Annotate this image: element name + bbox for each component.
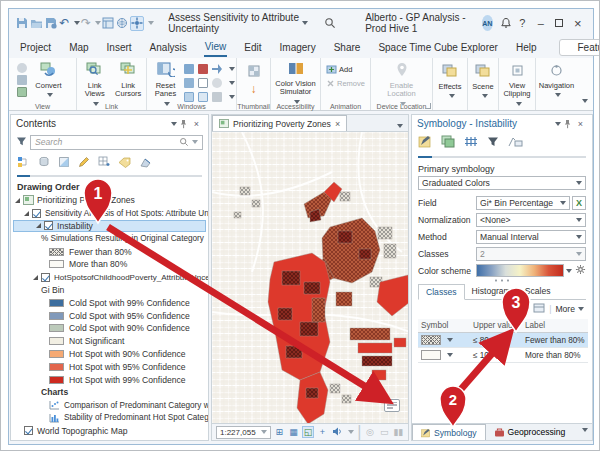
scale-symbols-tab-icon[interactable] [508,134,523,152]
tab-help[interactable]: Help [515,39,538,56]
tab-insert[interactable]: Insert [106,39,133,56]
expression-button[interactable]: X [572,196,586,210]
symbology-pin-icon[interactable] [561,117,574,130]
symbol-dropdown-icon[interactable] [447,338,453,345]
link-views-button[interactable]: Link Views [79,61,111,99]
primary-symbology-select[interactable]: Graduated Colors [418,176,586,190]
pause-drawing-icon[interactable]: ▮▮ [393,427,404,437]
map-tab-close-icon[interactable]: × [335,119,340,129]
animation-remove-button[interactable]: Remove [326,79,365,88]
tab-drawing-order-icon[interactable] [17,154,30,177]
redo-icon[interactable]: ↷ [81,16,92,31]
view-small-icon-1[interactable] [17,63,27,73]
tab-project[interactable]: Project [19,39,52,56]
reset-panes-button[interactable]: Reset Panes [149,61,182,99]
tab-space-time-cube[interactable]: Space Time Cube Explorer [377,39,499,56]
tab-labeling-icon[interactable] [118,154,131,172]
undo-icon[interactable]: ↶ [59,16,70,31]
command-search-icon[interactable] [324,16,336,31]
primary-symbology-tab-icon[interactable] [418,134,432,158]
show-values-icon[interactable] [533,303,545,315]
legend-row[interactable]: Hot Spot with 90% Confidence [11,348,208,361]
legend-row[interactable]: Cold Spot with 95% Confidence [11,309,208,322]
pane-splitter[interactable] [493,279,511,282]
method-select[interactable]: Manual Interval [476,230,586,244]
layer-row-hotspot[interactable]: HotSpotsofChildhoodPoverty_AttributeUnce… [11,271,208,284]
class-label[interactable]: Fewer than 80% [522,333,588,348]
field-select[interactable]: Gi* Bin Percentage [476,196,570,210]
tab-histogram[interactable]: Histogram [465,284,518,299]
col-label[interactable]: Label [522,319,588,333]
tab-classes[interactable]: Classes [418,284,465,300]
layer-checkbox[interactable] [32,209,41,218]
dock-tab-geoprocessing[interactable]: Geoprocessing [486,424,574,440]
animation-add-button[interactable]: Add [326,65,365,74]
save-icon[interactable] [16,16,28,31]
col-upper-value[interactable]: Upper value [470,319,522,333]
layer-row-instability[interactable]: Instability [13,220,206,233]
minimize-button[interactable]: – [532,13,550,33]
tab-feature-layer[interactable]: Feature Layer [577,42,600,53]
view-clipping-button[interactable]: View Clipping [501,61,533,99]
project-pane-icon[interactable] [102,16,114,31]
effects-button[interactable]: Effects [435,61,465,99]
notifications-bell-icon[interactable] [500,16,512,31]
create-thumbnail-icon[interactable] [248,63,260,81]
chart-item-row[interactable]: Comparison of Predominant Category with … [11,399,208,412]
attribute-table-icon[interactable]: ▦ [288,427,299,437]
save-as-icon[interactable] [45,16,57,31]
tab-data-source-icon[interactable] [38,154,50,172]
tab-analysis[interactable]: Analysis [149,39,188,56]
maximize-button[interactable] [550,13,568,33]
color-scheme-dropdown-icon[interactable] [566,269,572,276]
layer-checkbox[interactable] [44,221,53,230]
filter-symbology-tab-icon[interactable] [487,134,499,152]
tab-editing-icon[interactable] [78,154,90,172]
tab-perspective-icon[interactable] [139,154,152,172]
class-upper-value[interactable]: ≤ 80 [470,333,522,348]
scale-input[interactable]: 1:227,055 [216,426,271,439]
class-row-1[interactable]: ≤ 80 Fewer than 80% [418,333,588,348]
color-scheme-gear-icon[interactable] [575,264,586,277]
more-button[interactable]: More [555,304,584,314]
audio-dropdown-icon[interactable] [348,430,354,437]
tool-title-dropdown-icon[interactable] [302,21,308,28]
contents-pane-icon[interactable] [184,78,194,88]
audio-icon[interactable] [331,427,342,438]
contents-close-icon[interactable]: × [190,117,203,130]
selected-features-icon[interactable]: ◱ [302,426,314,438]
navigation-button[interactable]: Navigation [538,61,575,99]
explore-tool-icon[interactable] [130,16,144,31]
legend-row[interactable]: Cold Spot with 99% Confidence [11,296,208,309]
open-icon[interactable] [30,16,43,31]
tab-snapping-icon[interactable] [98,154,110,172]
dock-tabs-overflow-icon[interactable] [582,428,588,435]
legend-row[interactable]: Hot Spot with 99% Confidence [11,373,208,386]
map-tab-list-icon[interactable] [397,124,403,131]
legend-row[interactable]: Cold Spot with 90% Confidence [11,322,208,335]
close-button[interactable]: × [569,13,587,33]
swap-panes-icon[interactable] [212,64,222,74]
legend-row[interactable]: Fewer than 80% [11,245,208,258]
tab-map[interactable]: Map [68,39,89,56]
layer-row-group[interactable]: Sensitivity Analysis of Hot Spots: Attri… [11,207,208,220]
windows-dropdown-1-icon[interactable] [229,67,235,74]
scene-button[interactable]: Scene [470,61,496,99]
windows-more-icon[interactable] [212,92,222,102]
map-canvas[interactable] [212,132,408,423]
classes-select[interactable]: 2 [476,247,586,261]
color-scheme-ramp[interactable] [476,264,564,277]
class-symbol-hatch[interactable] [421,335,441,345]
help-button[interactable]: ? [513,13,531,33]
layer-checkbox[interactable] [24,426,33,435]
popout-button[interactable] [384,399,400,412]
tab-selection-icon[interactable] [58,154,70,172]
symbol-dropdown-icon[interactable] [447,353,453,360]
convert-button[interactable]: Convert [29,61,69,99]
map-view-tab[interactable]: Prioritizing Poverty Zones × [212,115,347,131]
windows-dropdown-3-icon[interactable] [229,95,235,102]
symbology-close-icon[interactable]: × [574,117,587,130]
contents-search-input[interactable]: Search [30,135,203,150]
col-symbol[interactable]: Symbol [418,319,470,333]
class-row-2[interactable]: ≤ 100 More than 80% [418,348,588,363]
